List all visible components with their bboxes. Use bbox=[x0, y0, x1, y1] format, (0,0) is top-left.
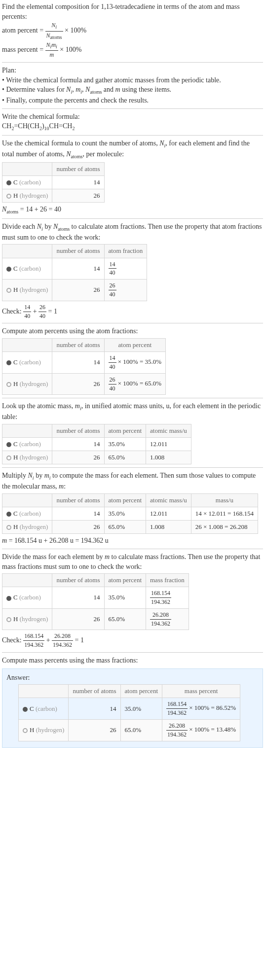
count-table: number of atoms C (carbon)14 H (hydrogen… bbox=[2, 162, 105, 203]
atom-percent-eq: atom percent = NiNatoms × 100% bbox=[2, 21, 263, 41]
count-paragraph: Use the chemical formula to count the nu… bbox=[2, 139, 263, 160]
atom-fraction-paragraph: Divide each Ni by Natoms to calculate at… bbox=[2, 222, 263, 242]
table-row: H (hydrogen)262640 × 100% = 65.0% bbox=[2, 373, 166, 395]
atom-percent-paragraph: Compute atom percents using the atom fra… bbox=[2, 326, 263, 336]
hydrogen-circle-icon bbox=[6, 288, 11, 293]
mass-fraction-table: number of atomsatom percentmass fraction… bbox=[2, 573, 189, 630]
hydrogen-circle-icon bbox=[6, 617, 11, 622]
carbon-dot-icon bbox=[6, 596, 11, 601]
atom-fraction-table: number of atomsatom fraction C (carbon)1… bbox=[2, 244, 147, 301]
table-row: C (carbon)14 bbox=[2, 175, 105, 189]
divider bbox=[2, 652, 263, 653]
answer-heading: Answer: bbox=[6, 673, 259, 683]
carbon-dot-icon bbox=[6, 512, 11, 517]
table-row: C (carbon)1435.0%12.011 bbox=[2, 437, 191, 451]
table-row: H (hydrogen)262640 bbox=[2, 280, 147, 301]
divider bbox=[2, 218, 263, 219]
table-row: H (hydrogen)2665.0%1.00826 × 1.008 = 26.… bbox=[2, 521, 258, 534]
table-row: H (hydrogen)2665.0%1.008 bbox=[2, 451, 191, 464]
carbon-dot-icon bbox=[23, 707, 28, 712]
atom-percent-table: number of atomsatom percent C (carbon)14… bbox=[2, 338, 166, 395]
carbon-dot-icon bbox=[6, 267, 11, 272]
table-row: C (carbon)141440 × 100% = 35.0% bbox=[2, 352, 166, 374]
divider bbox=[2, 398, 263, 398]
carbon-dot-icon bbox=[6, 180, 11, 185]
table-row: H (hydrogen)2665.0%26.208194.362 × 100% … bbox=[19, 720, 240, 741]
atomic-mass-paragraph: Look up the atomic mass, mi, in unified … bbox=[2, 401, 263, 421]
divider bbox=[2, 108, 263, 109]
table-row: C (carbon)1435.0%168.154194.362 × 100% =… bbox=[19, 698, 240, 720]
mass-mul-paragraph: Multiply Ni by mi to compute the mass fo… bbox=[2, 471, 263, 491]
hydrogen-circle-icon bbox=[23, 728, 28, 733]
formula-heading: Write the chemical formula: bbox=[2, 112, 263, 122]
carbon-dot-icon bbox=[6, 360, 11, 365]
mass-fraction-paragraph: Divide the mass for each element by m to… bbox=[2, 552, 263, 571]
table-row: C (carbon)1435.0%168.154194.362 bbox=[2, 587, 189, 609]
plan-line-2: • Determine values for Ni, mi, Natoms an… bbox=[2, 85, 263, 96]
divider bbox=[2, 323, 263, 323]
mass-percent-eq: mass percent = Nimim × 100% bbox=[2, 41, 263, 59]
carbon-dot-icon bbox=[6, 442, 11, 447]
divider bbox=[2, 62, 263, 63]
answer-table: number of atomsatom percentmass percent … bbox=[18, 684, 240, 741]
hydrogen-circle-icon bbox=[6, 455, 11, 460]
divider bbox=[2, 467, 263, 468]
hydrogen-circle-icon bbox=[6, 525, 11, 530]
mass-fraction-check: Check: 168.154194.362 + 26.208194.362 = … bbox=[2, 632, 263, 649]
table-row: H (hydrogen)26 bbox=[2, 189, 105, 203]
answer-box: Answer: number of atomsatom percentmass … bbox=[2, 668, 263, 748]
chemical-formula: CH2=CH(CH2)10CH=CH2 bbox=[2, 121, 263, 132]
atom-fraction-check: Check: 1440 + 2640 = 1 bbox=[2, 303, 263, 320]
table-row: H (hydrogen)2665.0%26.208194.362 bbox=[2, 608, 189, 630]
divider bbox=[2, 549, 263, 549]
divider bbox=[2, 135, 263, 136]
final-paragraph: Compute mass percents using the mass fra… bbox=[2, 656, 263, 665]
table-row: C (carbon)141440 bbox=[2, 258, 147, 280]
count-sum: Natoms = 14 + 26 = 40 bbox=[2, 205, 263, 215]
mass-mul-table: number of atomsatom percentatomic mass/u… bbox=[2, 493, 258, 534]
hydrogen-circle-icon bbox=[6, 194, 11, 199]
plan-heading: Plan: bbox=[2, 66, 263, 75]
mass-sum: m = 168.154 u + 26.208 u = 194.362 u bbox=[2, 536, 263, 546]
hydrogen-circle-icon bbox=[6, 382, 11, 387]
intro-prompt: Find the elemental composition for 1,13-… bbox=[2, 2, 263, 21]
plan-line-1: • Write the chemical formula and gather … bbox=[2, 75, 263, 85]
plan-line-3: • Finally, compute the percents and chec… bbox=[2, 96, 263, 105]
table-row: C (carbon)1435.0%12.01114 × 12.011 = 168… bbox=[2, 507, 258, 520]
atomic-mass-table: number of atomsatom percentatomic mass/u… bbox=[2, 424, 191, 465]
